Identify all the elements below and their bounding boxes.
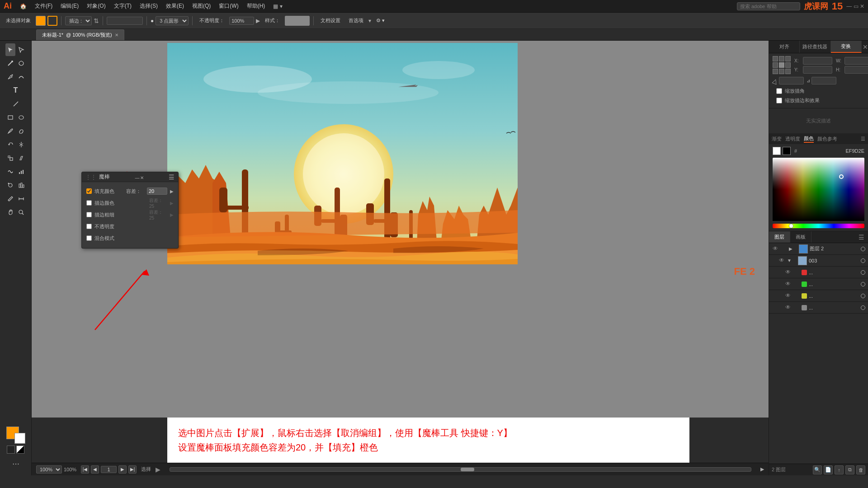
doc-settings-button[interactable]: 文档设置 [317, 15, 344, 26]
tab-color-active[interactable]: 颜色 [804, 135, 814, 143]
nav-last[interactable]: ▶| [128, 465, 137, 474]
layer-yellow[interactable]: 👁 ... [769, 290, 868, 302]
tab-transform[interactable]: 变换 [831, 41, 862, 53]
canvas-area[interactable]: ⋮⋮ 魔棒 — ✕ ☰ 填充颜色 容差： ▶ [32, 41, 769, 418]
tool-measure[interactable] [16, 192, 26, 205]
tab-align[interactable]: 对齐 [769, 41, 800, 53]
menu-help[interactable]: 帮助(H) [243, 1, 269, 11]
background-color[interactable] [14, 433, 25, 444]
layers-tab-layers[interactable]: 图层 [769, 231, 790, 243]
layers-copy-btn[interactable]: ⧉ [845, 465, 854, 474]
anchor-tr[interactable] [785, 56, 791, 61]
color-panel-options[interactable]: ☰ [861, 136, 865, 142]
menu-object[interactable]: 对象(O) [83, 1, 109, 11]
artwork-canvas[interactable] [167, 43, 518, 264]
tool-rotate[interactable] [5, 138, 15, 151]
brush-name-input[interactable] [107, 17, 143, 25]
layer-red-circle[interactable] [861, 270, 865, 275]
x-input[interactable] [803, 57, 832, 65]
anchor-mm[interactable] [779, 62, 784, 68]
scroll-right[interactable]: ▶ [760, 466, 764, 472]
tool-direct-selection[interactable] [16, 43, 26, 56]
layer-green-visibility[interactable]: 👁 [784, 281, 792, 288]
layer2-expand[interactable]: ▶ [789, 246, 793, 251]
menu-view[interactable]: 视图(Q) [189, 1, 214, 11]
tool-blob-brush[interactable] [16, 125, 26, 137]
tool-shear[interactable] [16, 152, 26, 164]
stroke-color-swatch[interactable] [47, 16, 57, 26]
panel-close[interactable]: ✕ [140, 175, 144, 179]
blend-mode-checkbox[interactable] [86, 235, 92, 241]
nav-next[interactable]: ▶ [118, 465, 127, 474]
layers-delete-btn[interactable]: 🗑 [856, 465, 865, 474]
tool-curvature[interactable] [16, 70, 26, 83]
scale-stroke-checkbox[interactable] [776, 88, 782, 94]
fill-tolerance-arrow[interactable]: ▶ [170, 189, 174, 194]
anchor-bl[interactable] [773, 69, 778, 74]
anchor-mr[interactable] [785, 62, 791, 68]
style-swatch[interactable] [285, 16, 310, 26]
page-input[interactable] [101, 466, 117, 473]
tab-pathfinder[interactable]: 路径查找器 [800, 41, 830, 53]
brush-size-select[interactable]: 3 点圆形 [156, 16, 189, 25]
tool-chart[interactable] [16, 165, 26, 178]
layer-item-003[interactable]: 👁 ▼ 003 [769, 255, 868, 267]
opacity-input[interactable] [229, 17, 254, 25]
tool-eyedropper[interactable] [5, 192, 15, 205]
nav-first[interactable]: |◀ [81, 465, 89, 474]
tool-scale[interactable] [5, 152, 15, 164]
tool-extra[interactable]: ⋯ [6, 457, 26, 470]
layer-gray-circle[interactable] [861, 305, 865, 310]
tool-rect[interactable] [5, 111, 15, 124]
tool-paintbrush[interactable] [5, 125, 15, 137]
anchor-tl[interactable] [773, 56, 778, 61]
tab-color-guide[interactable]: 颜色参考 [817, 136, 837, 142]
tool-hand[interactable] [5, 206, 15, 219]
menu-text[interactable]: 文字(T) [110, 1, 135, 11]
opacity-checkbox[interactable] [86, 224, 92, 229]
tool-text[interactable]: T [6, 84, 26, 97]
tool-lasso[interactable] [16, 57, 26, 70]
nav-prev[interactable]: ◀ [91, 465, 99, 474]
stroke-width-checkbox[interactable] [86, 212, 92, 217]
tab-document[interactable]: 未标题-1* @ 100% (RGB/预览) ✕ [36, 29, 124, 40]
layers-options-btn[interactable]: ☰ [855, 231, 868, 243]
scale-effects-checkbox[interactable] [776, 98, 782, 103]
angle-input[interactable] [779, 77, 804, 84]
stroke-color-checkbox[interactable] [86, 200, 92, 206]
layer-green-circle[interactable] [861, 282, 865, 286]
play-btn[interactable]: ▶ [156, 466, 160, 473]
tab-transparency[interactable]: 透明度 [785, 136, 800, 142]
anchor-ml[interactable] [773, 62, 778, 68]
window-controls[interactable]: — ▭ ✕ [846, 3, 864, 9]
scroll-thumb[interactable] [461, 468, 474, 471]
fill-color-checkbox[interactable] [86, 188, 92, 194]
anchor-tm[interactable] [779, 56, 784, 61]
tool-column-graph[interactable] [16, 179, 26, 192]
search-input[interactable] [737, 2, 800, 10]
menu-window[interactable]: 窗口(W) [215, 1, 242, 11]
layer-red-visibility[interactable]: 👁 [784, 269, 792, 276]
tool-reflect[interactable] [16, 138, 26, 151]
brush-type-select[interactable]: 插边 : [65, 16, 92, 25]
white-swatch[interactable] [773, 147, 781, 155]
hex-value[interactable]: EF9D2E [845, 148, 864, 154]
default-colors-btn[interactable] [7, 446, 15, 454]
status-scrollbar[interactable] [170, 467, 751, 472]
layer-yellow-circle[interactable] [861, 294, 865, 298]
menu-effects[interactable]: 效果(E) [162, 1, 188, 11]
hue-slider[interactable] [773, 224, 864, 228]
opacity-arrow[interactable]: ▶ [256, 18, 260, 24]
panel-options-icon[interactable]: ✕ [863, 43, 868, 51]
panel-menu-icon[interactable]: ☰ [169, 174, 175, 181]
layer-yellow-visibility[interactable]: 👁 [784, 292, 792, 300]
layers-move-btn[interactable]: ↑ [835, 465, 844, 474]
black-swatch[interactable] [783, 147, 791, 155]
menu-file[interactable]: 文件(F) [31, 1, 56, 11]
menu-edit[interactable]: 编辑(E) [57, 1, 82, 11]
layer003-circle[interactable] [861, 258, 865, 263]
tool-ellipse[interactable] [16, 111, 26, 124]
layers-find-btn[interactable]: 🔍 [813, 465, 822, 474]
tool-pen[interactable] [5, 70, 15, 83]
y-input[interactable] [803, 66, 832, 74]
